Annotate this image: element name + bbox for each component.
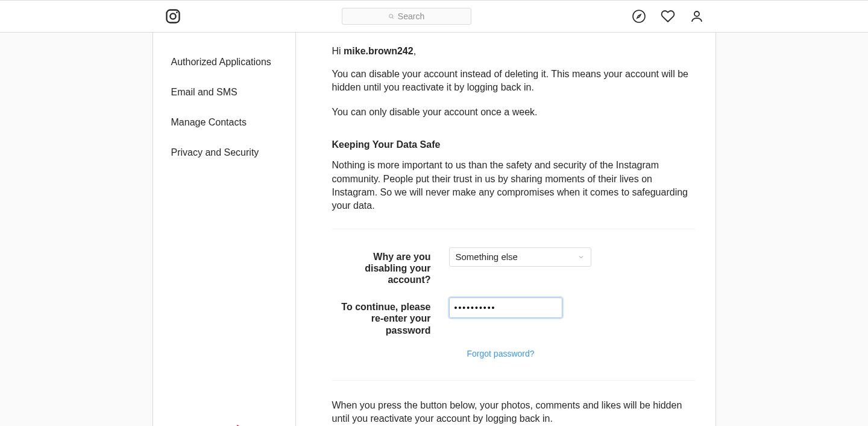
explore-icon[interactable] [632,9,646,24]
reason-value: Something else [456,252,518,262]
password-row: To continue, please re-enter your passwo… [332,297,695,336]
chevron-down-icon [577,253,585,261]
sidebar-item-label: Email and SMS [171,87,237,97]
forgot-password-link[interactable]: Forgot password? [467,349,535,358]
main-content: Hi mike.brown242, You can disable your a… [296,33,715,426]
search-icon [388,13,394,19]
search-input[interactable]: Search [342,8,471,25]
svg-point-2 [176,11,178,13]
svg-line-4 [392,17,393,19]
password-input[interactable] [449,297,562,318]
sidebar-item-label: Manage Contacts [171,117,247,127]
sidebar-item-privacy-security[interactable]: Privacy and Security [153,138,295,168]
divider [332,229,695,229]
settings-sidebar: Authorized Applications Email and SMS Ma… [153,33,296,426]
settings-panel: Authorized Applications Email and SMS Ma… [153,33,716,426]
instagram-logo-icon[interactable] [165,8,181,25]
heart-icon[interactable] [661,9,675,24]
limit-paragraph: You can only disable your account once a… [332,106,695,119]
profile-icon[interactable] [690,9,704,24]
reason-row: Why are you disabling your account? Some… [332,247,695,286]
sidebar-item-label: Authorized Applications [171,57,271,67]
sidebar-item-label: Privacy and Security [171,147,259,157]
intro-paragraph: You can disable your account instead of … [332,68,695,95]
divider [332,380,695,381]
sidebar-item-manage-contacts[interactable]: Manage Contacts [153,107,295,138]
reason-label: Why are you disabling your account? [332,247,449,286]
safe-paragraph: Nothing is more important to us than the… [332,159,695,213]
greeting-line: Hi mike.brown242, [332,46,695,57]
top-nav: Search [0,0,868,33]
svg-point-3 [389,14,392,18]
sidebar-item-email-sms[interactable]: Email and SMS [153,77,295,107]
safe-heading: Keeping Your Data Safe [332,139,695,150]
password-label: To continue, please re-enter your passwo… [332,297,449,336]
username: mike.brown242 [344,46,414,56]
svg-point-5 [633,10,645,22]
note-paragraph: When you press the button below, your ph… [332,399,695,426]
search-placeholder: Search [398,11,424,21]
svg-marker-6 [637,14,641,18]
svg-point-1 [170,13,175,19]
svg-point-7 [694,11,699,16]
sidebar-item-authorized-apps[interactable]: Authorized Applications [153,47,295,77]
reason-select[interactable]: Something else [449,247,591,267]
